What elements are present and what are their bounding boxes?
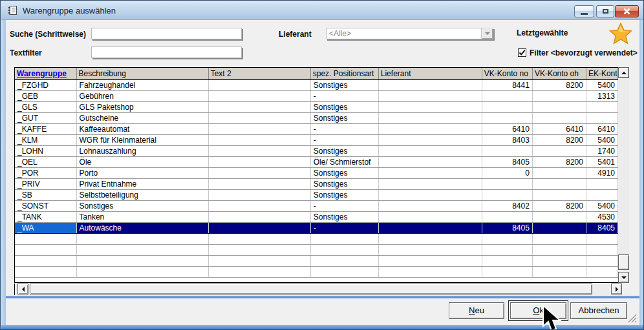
- table-cell[interactable]: [208, 112, 310, 123]
- table-cell[interactable]: Tanken: [76, 211, 208, 222]
- table-cell[interactable]: [482, 189, 532, 200]
- table-row[interactable]: _SBSelbstbeteiligungSonstiges: [15, 189, 618, 200]
- table-cell[interactable]: [532, 178, 586, 189]
- table-cell[interactable]: Gebühren: [76, 90, 208, 101]
- table-cell[interactable]: 8200: [532, 156, 586, 167]
- lieferant-select[interactable]: <Alle>: [326, 28, 493, 39]
- table-cell[interactable]: [378, 200, 482, 211]
- table-cell[interactable]: 8200: [532, 79, 586, 90]
- table-cell[interactable]: [586, 101, 617, 112]
- table-cell[interactable]: 8405: [482, 156, 532, 167]
- table-cell[interactable]: [208, 167, 310, 178]
- table-cell[interactable]: 8402: [482, 200, 532, 211]
- scroll-right-button[interactable]: [611, 284, 622, 294]
- maximize-button[interactable]: [596, 5, 614, 17]
- table-cell[interactable]: _WA: [15, 222, 76, 233]
- table-cell[interactable]: [378, 123, 482, 134]
- table-cell[interactable]: [208, 222, 310, 233]
- table-cell[interactable]: [532, 90, 586, 101]
- table-cell[interactable]: _OEL: [15, 156, 76, 167]
- table-cell[interactable]: [532, 211, 586, 222]
- table-cell[interactable]: 8441: [482, 79, 532, 90]
- vertical-scrollbar[interactable]: [618, 67, 629, 283]
- table-cell[interactable]: _SONST: [15, 200, 76, 211]
- table-cell[interactable]: WGR für Kleinmaterial: [76, 134, 208, 145]
- table-cell[interactable]: [378, 134, 482, 145]
- table-row[interactable]: _SONSTSonstiges-840282005400: [15, 200, 618, 211]
- resize-grip[interactable]: [628, 314, 637, 323]
- last-selected-star-icon[interactable]: [609, 23, 632, 45]
- table-cell[interactable]: [482, 211, 532, 222]
- table-cell[interactable]: _GEB: [15, 90, 76, 101]
- table-cell[interactable]: _TANK: [15, 211, 76, 222]
- table-cell[interactable]: [482, 178, 532, 189]
- table-cell[interactable]: Porto: [76, 167, 208, 178]
- table-cell[interactable]: [378, 101, 482, 112]
- table-cell[interactable]: 5400: [586, 134, 617, 145]
- column-header-1[interactable]: Beschreibung: [76, 68, 208, 79]
- horizontal-scrollbar[interactable]: [14, 284, 623, 295]
- table-cell[interactable]: _PRIV: [15, 178, 76, 189]
- textfilter-input[interactable]: [91, 46, 242, 58]
- table-cell[interactable]: 6410: [482, 123, 532, 134]
- table-cell[interactable]: [482, 112, 532, 123]
- table-cell[interactable]: 6410: [586, 123, 617, 134]
- lieferant-dropdown-button[interactable]: [481, 28, 493, 39]
- table-cell[interactable]: [586, 112, 617, 123]
- table-row[interactable]: _WAAutowäsche-84058405: [15, 222, 618, 233]
- table-cell[interactable]: [208, 211, 310, 222]
- table-cell[interactable]: Sonstiges: [310, 79, 378, 90]
- scroll-left-button[interactable]: [17, 284, 28, 294]
- close-button[interactable]: [615, 5, 639, 17]
- table-cell[interactable]: [378, 112, 482, 123]
- table-cell[interactable]: Sonstiges: [310, 112, 378, 123]
- table-cell[interactable]: [378, 167, 482, 178]
- table-cell[interactable]: 8200: [532, 200, 586, 211]
- table-cell[interactable]: [208, 156, 310, 167]
- table-cell[interactable]: _GUT: [15, 112, 76, 123]
- table-cell[interactable]: [532, 101, 586, 112]
- table-cell[interactable]: [378, 189, 482, 200]
- table-cell[interactable]: 4910: [586, 167, 617, 178]
- table-cell[interactable]: [586, 178, 617, 189]
- table-cell[interactable]: [482, 90, 532, 101]
- table-cell[interactable]: [208, 79, 310, 90]
- table-cell[interactable]: _KLM: [15, 134, 76, 145]
- table-cell[interactable]: Sonstiges: [310, 178, 378, 189]
- table-cell[interactable]: Sonstiges: [76, 200, 208, 211]
- table-cell[interactable]: [208, 123, 310, 134]
- scroll-down-button[interactable]: [618, 272, 629, 283]
- table-row[interactable]: _KAFFEKaffeeautomat-641064106410: [15, 123, 618, 134]
- horizontal-scroll-thumb[interactable]: [30, 284, 592, 294]
- table-cell[interactable]: Selbstbeteiligung: [76, 189, 208, 200]
- minimize-button[interactable]: [574, 5, 594, 17]
- table-cell[interactable]: [208, 101, 310, 112]
- table-row[interactable]: _GEBGebühren-1313: [15, 90, 618, 101]
- table-cell[interactable]: [378, 178, 482, 189]
- table-cell[interactable]: [208, 134, 310, 145]
- table-cell[interactable]: Lohnauszahlung: [76, 145, 208, 156]
- table-cell[interactable]: Kaffeeautomat: [76, 123, 208, 134]
- table-cell[interactable]: _GLS: [15, 101, 76, 112]
- table-cell[interactable]: Fahrzeughandel: [76, 79, 208, 90]
- table-cell[interactable]: [532, 189, 586, 200]
- table-cell[interactable]: [532, 222, 586, 233]
- column-header-3[interactable]: spez. Positionsart: [310, 68, 378, 79]
- table-cell[interactable]: _SB: [15, 189, 76, 200]
- table-row[interactable]: _OELÖleÖle/ Schmierstof840582005401: [15, 156, 618, 167]
- table-cell[interactable]: -: [310, 123, 378, 134]
- table-cell[interactable]: 5400: [586, 200, 617, 211]
- column-header-2[interactable]: Text 2: [208, 68, 310, 79]
- table-cell[interactable]: [378, 211, 482, 222]
- table-cell[interactable]: 8200: [532, 134, 586, 145]
- table-cell[interactable]: [378, 79, 482, 90]
- vertical-scroll-thumb[interactable]: [618, 254, 629, 270]
- table-row[interactable]: _GUTGutscheineSonstiges: [15, 112, 618, 123]
- table-cell[interactable]: [208, 200, 310, 211]
- table-cell[interactable]: 5401: [586, 156, 617, 167]
- table-cell[interactable]: Autowäsche: [76, 222, 208, 233]
- table-cell[interactable]: [532, 167, 586, 178]
- table-cell[interactable]: 0: [482, 167, 532, 178]
- table-cell[interactable]: GLS Paketshop: [76, 101, 208, 112]
- table-cell[interactable]: [586, 189, 617, 200]
